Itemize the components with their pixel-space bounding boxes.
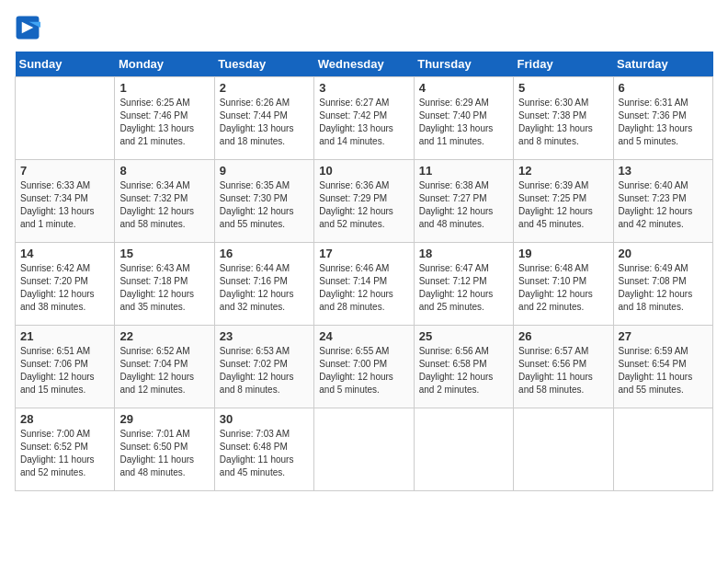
- calendar-cell: 21Sunrise: 6:51 AMSunset: 7:06 PMDayligh…: [16, 326, 115, 408]
- calendar-cell: 9Sunrise: 6:35 AMSunset: 7:30 PMDaylight…: [214, 160, 313, 243]
- calendar-week-1: 1Sunrise: 6:25 AMSunset: 7:46 PMDaylight…: [16, 77, 713, 160]
- cell-info: Sunrise: 6:52 AMSunset: 7:04 PMDaylight:…: [119, 345, 209, 396]
- cell-info: Sunrise: 6:25 AMSunset: 7:46 PMDaylight:…: [119, 97, 209, 148]
- day-header-saturday: Saturday: [613, 52, 712, 77]
- day-header-wednesday: Wednesday: [314, 52, 414, 77]
- calendar-cell: 13Sunrise: 6:40 AMSunset: 7:23 PMDayligh…: [613, 160, 712, 243]
- date-number: 25: [419, 329, 508, 343]
- calendar-cell: 25Sunrise: 6:56 AMSunset: 6:58 PMDayligh…: [414, 326, 513, 408]
- date-number: 20: [619, 247, 708, 260]
- date-number: 27: [619, 329, 708, 343]
- date-number: 11: [419, 164, 508, 178]
- cell-info: Sunrise: 6:51 AMSunset: 7:06 PMDaylight:…: [20, 345, 109, 396]
- calendar-cell: [314, 408, 414, 491]
- calendar-cell: 1Sunrise: 6:25 AMSunset: 7:46 PMDaylight…: [115, 77, 214, 160]
- day-header-monday: Monday: [115, 52, 214, 77]
- day-header-friday: Friday: [514, 52, 613, 77]
- cell-info: Sunrise: 6:36 AMSunset: 7:29 PMDaylight:…: [319, 179, 408, 231]
- calendar-cell: 16Sunrise: 6:44 AMSunset: 7:16 PMDayligh…: [214, 243, 313, 326]
- date-number: 1: [119, 81, 209, 95]
- date-number: 17: [319, 247, 408, 260]
- calendar-cell: 12Sunrise: 6:39 AMSunset: 7:25 PMDayligh…: [514, 160, 613, 243]
- cell-info: Sunrise: 6:39 AMSunset: 7:25 PMDaylight:…: [518, 179, 608, 231]
- calendar-cell: 30Sunrise: 7:03 AMSunset: 6:48 PMDayligh…: [214, 408, 313, 491]
- calendar-cell: 14Sunrise: 6:42 AMSunset: 7:20 PMDayligh…: [16, 243, 115, 326]
- cell-info: Sunrise: 7:03 AMSunset: 6:48 PMDaylight:…: [220, 428, 309, 479]
- date-number: 5: [518, 81, 608, 95]
- calendar-cell: [16, 77, 115, 160]
- calendar-week-2: 7Sunrise: 6:33 AMSunset: 7:34 PMDaylight…: [16, 160, 713, 243]
- cell-info: Sunrise: 6:29 AMSunset: 7:40 PMDaylight:…: [419, 97, 508, 148]
- cell-info: Sunrise: 6:49 AMSunset: 7:08 PMDaylight:…: [619, 262, 708, 314]
- cell-info: Sunrise: 6:33 AMSunset: 7:34 PMDaylight:…: [20, 179, 109, 231]
- calendar-cell: 6Sunrise: 6:31 AMSunset: 7:36 PMDaylight…: [613, 77, 712, 160]
- date-number: 19: [518, 247, 608, 260]
- calendar-cell: 17Sunrise: 6:46 AMSunset: 7:14 PMDayligh…: [314, 243, 414, 326]
- date-number: 10: [319, 164, 408, 178]
- date-number: 24: [319, 329, 408, 343]
- calendar-cell: 20Sunrise: 6:49 AMSunset: 7:08 PMDayligh…: [613, 243, 712, 326]
- cell-info: Sunrise: 6:56 AMSunset: 6:58 PMDaylight:…: [419, 345, 508, 396]
- cell-info: Sunrise: 6:30 AMSunset: 7:38 PMDaylight:…: [518, 97, 608, 148]
- calendar-cell: [514, 408, 613, 491]
- date-number: 4: [419, 81, 508, 95]
- calendar-cell: 28Sunrise: 7:00 AMSunset: 6:52 PMDayligh…: [16, 408, 115, 491]
- date-number: 2: [220, 81, 309, 95]
- cell-info: Sunrise: 6:35 AMSunset: 7:30 PMDaylight:…: [220, 179, 309, 231]
- cell-info: Sunrise: 6:53 AMSunset: 7:02 PMDaylight:…: [220, 345, 309, 396]
- cell-info: Sunrise: 7:00 AMSunset: 6:52 PMDaylight:…: [20, 428, 109, 479]
- date-number: 8: [119, 164, 209, 178]
- date-number: 12: [518, 164, 608, 178]
- cell-info: Sunrise: 6:43 AMSunset: 7:18 PMDaylight:…: [119, 262, 209, 314]
- date-number: 28: [20, 412, 109, 426]
- page-header: [15, 15, 713, 40]
- date-number: 22: [119, 329, 209, 343]
- cell-info: Sunrise: 6:34 AMSunset: 7:32 PMDaylight:…: [119, 179, 209, 231]
- date-number: 21: [20, 329, 109, 343]
- calendar-cell: 3Sunrise: 6:27 AMSunset: 7:42 PMDaylight…: [314, 77, 414, 160]
- cell-info: Sunrise: 6:44 AMSunset: 7:16 PMDaylight:…: [220, 262, 309, 314]
- calendar-cell: 8Sunrise: 6:34 AMSunset: 7:32 PMDaylight…: [115, 160, 214, 243]
- calendar-cell: 4Sunrise: 6:29 AMSunset: 7:40 PMDaylight…: [414, 77, 513, 160]
- calendar-cell: 29Sunrise: 7:01 AMSunset: 6:50 PMDayligh…: [115, 408, 214, 491]
- cell-info: Sunrise: 6:46 AMSunset: 7:14 PMDaylight:…: [319, 262, 408, 314]
- cell-info: Sunrise: 6:27 AMSunset: 7:42 PMDaylight:…: [319, 97, 408, 148]
- calendar-header-row: SundayMondayTuesdayWednesdayThursdayFrid…: [16, 52, 713, 77]
- calendar-cell: 23Sunrise: 6:53 AMSunset: 7:02 PMDayligh…: [214, 326, 313, 408]
- calendar-cell: 19Sunrise: 6:48 AMSunset: 7:10 PMDayligh…: [514, 243, 613, 326]
- cell-info: Sunrise: 6:38 AMSunset: 7:27 PMDaylight:…: [419, 179, 508, 231]
- cell-info: Sunrise: 6:55 AMSunset: 7:00 PMDaylight:…: [319, 345, 408, 396]
- date-number: 15: [119, 247, 209, 260]
- calendar-cell: 24Sunrise: 6:55 AMSunset: 7:00 PMDayligh…: [314, 326, 414, 408]
- cell-info: Sunrise: 7:01 AMSunset: 6:50 PMDaylight:…: [119, 428, 209, 479]
- day-header-thursday: Thursday: [414, 52, 513, 77]
- date-number: 14: [20, 247, 109, 260]
- calendar-cell: 26Sunrise: 6:57 AMSunset: 6:56 PMDayligh…: [514, 326, 613, 408]
- cell-info: Sunrise: 6:59 AMSunset: 6:54 PMDaylight:…: [619, 345, 708, 396]
- calendar-cell: 27Sunrise: 6:59 AMSunset: 6:54 PMDayligh…: [613, 326, 712, 408]
- date-number: 9: [220, 164, 309, 178]
- calendar-cell: 7Sunrise: 6:33 AMSunset: 7:34 PMDaylight…: [16, 160, 115, 243]
- calendar-week-5: 28Sunrise: 7:00 AMSunset: 6:52 PMDayligh…: [16, 408, 713, 491]
- date-number: 29: [119, 412, 209, 426]
- cell-info: Sunrise: 6:48 AMSunset: 7:10 PMDaylight:…: [518, 262, 608, 314]
- calendar-cell: 18Sunrise: 6:47 AMSunset: 7:12 PMDayligh…: [414, 243, 513, 326]
- date-number: 3: [319, 81, 408, 95]
- cell-info: Sunrise: 6:57 AMSunset: 6:56 PMDaylight:…: [518, 345, 608, 396]
- calendar-cell: [613, 408, 712, 491]
- calendar-cell: 11Sunrise: 6:38 AMSunset: 7:27 PMDayligh…: [414, 160, 513, 243]
- date-number: 23: [220, 329, 309, 343]
- logo-icon: [15, 15, 40, 40]
- cell-info: Sunrise: 6:47 AMSunset: 7:12 PMDaylight:…: [419, 262, 508, 314]
- calendar-cell: 22Sunrise: 6:52 AMSunset: 7:04 PMDayligh…: [115, 326, 214, 408]
- day-header-tuesday: Tuesday: [214, 52, 313, 77]
- date-number: 26: [518, 329, 608, 343]
- cell-info: Sunrise: 6:31 AMSunset: 7:36 PMDaylight:…: [619, 97, 708, 148]
- calendar-cell: 15Sunrise: 6:43 AMSunset: 7:18 PMDayligh…: [115, 243, 214, 326]
- calendar-week-3: 14Sunrise: 6:42 AMSunset: 7:20 PMDayligh…: [16, 243, 713, 326]
- calendar-week-4: 21Sunrise: 6:51 AMSunset: 7:06 PMDayligh…: [16, 326, 713, 408]
- calendar-cell: 10Sunrise: 6:36 AMSunset: 7:29 PMDayligh…: [314, 160, 414, 243]
- date-number: 30: [220, 412, 309, 426]
- calendar-cell: 5Sunrise: 6:30 AMSunset: 7:38 PMDaylight…: [514, 77, 613, 160]
- date-number: 7: [20, 164, 109, 178]
